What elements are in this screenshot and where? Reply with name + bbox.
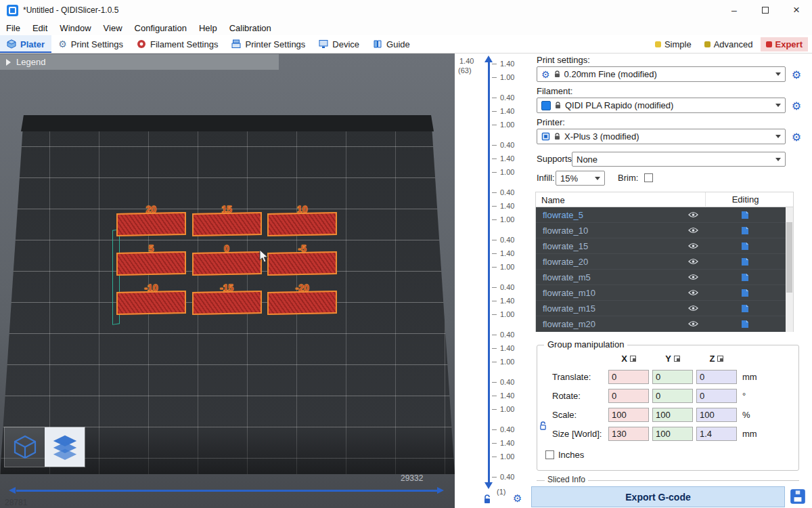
- maximize-icon: [762, 7, 769, 14]
- tab-print-settings[interactable]: ⚙ Print Settings: [51, 35, 130, 53]
- object-row[interactable]: flowrate_m20: [536, 316, 793, 332]
- editing-icon[interactable]: [705, 273, 785, 282]
- menu-item[interactable]: File: [0, 22, 26, 35]
- z-value-field[interactable]: 1.4: [696, 427, 737, 441]
- brim-checkbox[interactable]: [644, 173, 653, 182]
- menu-item[interactable]: Edit: [26, 22, 53, 35]
- filament-combo[interactable]: QIDI PLA Rapido (modified): [537, 98, 786, 113]
- mode-label: Simple: [664, 39, 692, 49]
- layer-height-tick: 0.40: [492, 328, 514, 341]
- layer-slider-track[interactable]: [488, 62, 490, 482]
- x-value-field[interactable]: 130: [608, 427, 649, 441]
- object-row[interactable]: flowrate_20: [536, 254, 793, 270]
- y-value-field[interactable]: 100: [652, 427, 693, 441]
- preset-gear-icon: ⚙: [541, 69, 550, 80]
- maximize-button[interactable]: [750, 0, 781, 20]
- object-row[interactable]: flowrate_10: [536, 223, 793, 238]
- object-row[interactable]: flowrate_m10: [536, 285, 793, 301]
- x-value-field[interactable]: 0: [608, 389, 649, 403]
- editing-icon[interactable]: [705, 320, 785, 329]
- window-title: *Untitled - QIDISlicer-1.0.5: [23, 5, 118, 15]
- unit-label: °: [740, 391, 793, 401]
- minimize-button[interactable]: –: [719, 0, 750, 20]
- export-gcode-button[interactable]: Export G-code: [531, 486, 785, 507]
- y-value-field[interactable]: 0: [652, 370, 693, 384]
- flowrate-patch[interactable]: 5: [116, 245, 186, 284]
- y-value-field[interactable]: 100: [652, 408, 693, 422]
- editing-icon[interactable]: [705, 289, 785, 297]
- flowrate-patch[interactable]: 10: [267, 205, 337, 245]
- layer-slider-settings-icon[interactable]: ⚙: [513, 492, 522, 505]
- z-value-field[interactable]: 100: [696, 408, 737, 422]
- flowrate-patch[interactable]: -15: [192, 284, 262, 323]
- move-slider-right-arrow[interactable]: [437, 487, 444, 494]
- move-slider[interactable]: [16, 490, 437, 492]
- tab-plater[interactable]: Plater: [0, 35, 51, 53]
- eye-icon[interactable]: [681, 227, 705, 234]
- menu-item[interactable]: Help: [193, 22, 223, 35]
- editor-view-button[interactable]: [5, 427, 45, 467]
- eye-icon[interactable]: [681, 274, 705, 280]
- mode-simple[interactable]: Simple: [650, 37, 697, 51]
- infill-combo[interactable]: 15%: [556, 171, 605, 186]
- legend-bar[interactable]: Legend: [0, 54, 279, 70]
- printer-gear-button[interactable]: ⚙: [789, 129, 804, 144]
- eye-icon[interactable]: [681, 289, 705, 296]
- print-settings-gear-button[interactable]: ⚙: [789, 67, 804, 82]
- y-value-field[interactable]: 0: [652, 389, 693, 403]
- layer-height-tick: 0.40: [492, 423, 514, 436]
- tab-printer-settings[interactable]: Printer Settings: [225, 35, 312, 53]
- object-row[interactable]: flowrate_m15: [536, 301, 793, 316]
- flowrate-patch[interactable]: -10: [116, 284, 186, 323]
- editing-icon[interactable]: [705, 304, 785, 313]
- x-value-field[interactable]: 100: [608, 408, 649, 422]
- eye-icon[interactable]: [681, 320, 705, 327]
- eye-icon[interactable]: [681, 258, 705, 265]
- layer-slider-panel: 1.40 (63) 1.401.000.401.401.000.401.401.…: [455, 54, 531, 508]
- flowrate-patch[interactable]: 20: [116, 205, 186, 245]
- printer-preset-icon: [541, 132, 550, 141]
- tab-guide[interactable]: Guide: [366, 35, 417, 53]
- layer-slider-lock-icon[interactable]: [483, 494, 491, 504]
- flowrate-patch-body: [192, 212, 262, 236]
- menu-item[interactable]: Window: [53, 22, 97, 35]
- tab-filament-settings[interactable]: Filament Settings: [130, 35, 225, 53]
- viewport-3d[interactable]: 20 15 10 5 0 -5 -10 -15: [0, 54, 455, 508]
- mode-expert[interactable]: Expert: [761, 37, 808, 51]
- filament-gear-button[interactable]: ⚙: [789, 98, 804, 113]
- flowrate-patch[interactable]: -5: [267, 245, 337, 284]
- flowrate-patch[interactable]: -20: [267, 284, 337, 323]
- inches-checkbox[interactable]: [545, 450, 554, 459]
- eye-icon[interactable]: [681, 242, 705, 249]
- printer-combo[interactable]: X-Plus 3 (modified): [537, 129, 786, 144]
- mode-advanced[interactable]: Advanced: [699, 37, 759, 51]
- move-slider-left-arrow[interactable]: [9, 487, 16, 494]
- supports-combo[interactable]: None: [572, 152, 786, 167]
- z-value-field[interactable]: 0: [696, 370, 737, 384]
- editing-icon[interactable]: [705, 211, 785, 219]
- editing-icon[interactable]: [705, 257, 785, 266]
- layer-height-tick: 1.00: [492, 70, 514, 84]
- preview-view-button[interactable]: [45, 427, 85, 467]
- menu-item[interactable]: Configuration: [129, 22, 193, 35]
- menu-item[interactable]: Calibration: [223, 22, 277, 35]
- editing-icon[interactable]: [705, 226, 785, 235]
- eye-icon[interactable]: [681, 211, 705, 218]
- x-value-field[interactable]: 0: [608, 370, 649, 384]
- editing-icon[interactable]: [705, 242, 785, 251]
- uniform-scale-lock-icon[interactable]: [539, 421, 547, 430]
- flowrate-patch[interactable]: 15: [192, 205, 262, 245]
- eye-icon[interactable]: [681, 305, 705, 312]
- flowrate-patch[interactable]: 0: [192, 245, 262, 284]
- print-settings-combo[interactable]: ⚙ 0.20mm Fine (modified): [537, 66, 786, 82]
- scrollbar-thumb[interactable]: [786, 222, 792, 293]
- close-button[interactable]: ×: [781, 0, 812, 20]
- object-list-scrollbar[interactable]: [786, 207, 793, 332]
- menu-item[interactable]: View: [97, 22, 129, 35]
- z-value-field[interactable]: 0: [696, 389, 737, 403]
- object-row[interactable]: flowrate_m5: [536, 270, 793, 285]
- object-row[interactable]: flowrate_5: [536, 207, 793, 223]
- sd-card-icon[interactable]: [789, 488, 807, 505]
- object-row[interactable]: flowrate_15: [536, 238, 793, 254]
- tab-device[interactable]: Device: [312, 35, 366, 53]
